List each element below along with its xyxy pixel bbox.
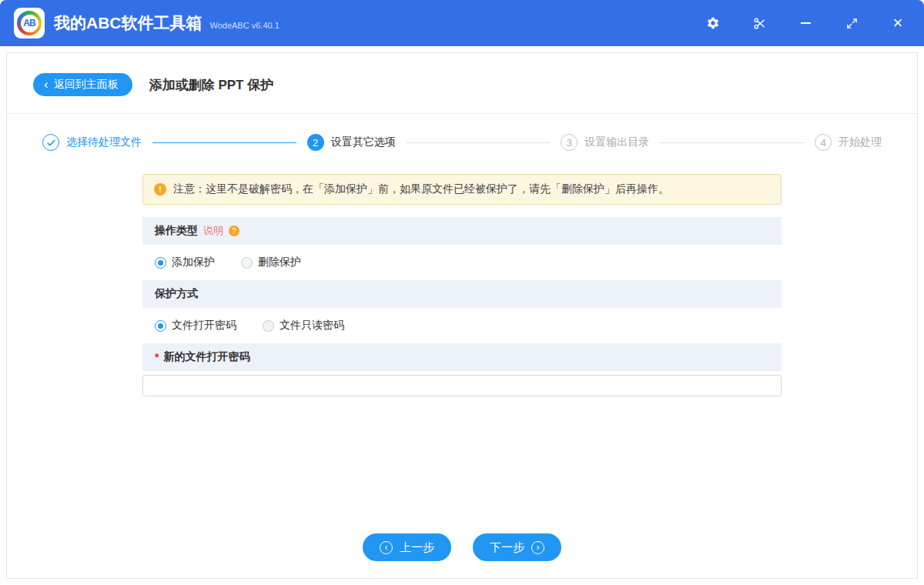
- required-asterisk: *: [155, 351, 159, 363]
- operation-type-options: 添加保护 删除保护: [142, 245, 782, 280]
- titlebar-actions: ×: [705, 15, 906, 31]
- titlebar: AB 我的ABC软件工具箱 WodeABC v6.40.1 ×: [0, 0, 924, 46]
- radio-off-icon: [241, 257, 253, 269]
- step-connector-3: [660, 142, 804, 143]
- app-window: AB 我的ABC软件工具箱 WodeABC v6.40.1 × ‹ 返: [0, 0, 924, 585]
- step-2-set-options: 2 设置其它选项: [307, 134, 396, 151]
- operation-type-title: 操作类型: [155, 224, 198, 238]
- step-4-start: 4 开始处理: [815, 134, 882, 151]
- notice-text: 注意：这里不是破解密码，在「添加保护」前，如果原文件已经被保护了，请先「删除保护…: [173, 182, 669, 196]
- password-input[interactable]: [142, 375, 782, 396]
- cut-icon[interactable]: [752, 15, 767, 31]
- content-column: ! 注意：这里不是破解密码，在「添加保护」前，如果原文件已经被保护了，请先「删除…: [142, 151, 782, 396]
- titlebar-titles: 我的ABC软件工具箱 WodeABC v6.40.1: [54, 12, 280, 34]
- step-3-number: 3: [561, 134, 578, 151]
- app-version: WodeABC v6.40.1: [210, 21, 280, 30]
- step-2-number: 2: [307, 134, 324, 151]
- page-header: ‹ 返回到主面板 添加或删除 PPT 保护: [7, 53, 917, 114]
- help-link[interactable]: 说明: [203, 224, 223, 238]
- step-connector-2: [407, 142, 551, 143]
- step-3-output-dir: 3 设置输出目录: [561, 134, 649, 151]
- chevron-left-circle-icon: ‹: [380, 541, 393, 554]
- protection-method-title: 保护方式: [155, 287, 198, 301]
- section-new-password: * 新的文件打开密码: [142, 343, 782, 371]
- radio-readonly-password[interactable]: 文件只读密码: [263, 319, 344, 333]
- radio-open-password[interactable]: 文件打开密码: [155, 319, 236, 333]
- next-button[interactable]: 下一步 ›: [473, 533, 561, 561]
- chevron-left-icon: ‹: [44, 78, 49, 91]
- prev-button-label: 上一步: [400, 540, 434, 555]
- step-connector-1: [152, 142, 296, 143]
- radio-on-icon: [155, 320, 166, 332]
- logo-letters: AB: [21, 15, 38, 32]
- step-1-select-files: 选择待处理文件: [42, 134, 142, 151]
- app-logo: AB: [14, 8, 45, 38]
- radio-readonly-password-label: 文件只读密码: [280, 319, 344, 333]
- resize-icon[interactable]: [844, 15, 859, 31]
- radio-on-icon: [155, 257, 166, 269]
- main-panel: ‹ 返回到主面板 添加或删除 PPT 保护 选择待处理文件 2 设置其它选项 3…: [6, 52, 918, 579]
- close-icon[interactable]: ×: [890, 15, 906, 31]
- step-1-label: 选择待处理文件: [66, 135, 142, 149]
- logo-ring: AB: [17, 11, 42, 35]
- question-icon[interactable]: ?: [229, 226, 239, 236]
- step-4-number: 4: [815, 134, 832, 151]
- back-button-label: 返回到主面板: [54, 78, 119, 92]
- app-title: 我的ABC软件工具箱: [54, 12, 203, 34]
- warning-icon: !: [154, 183, 166, 196]
- section-protection-method: 保护方式: [142, 280, 782, 308]
- step-2-label: 设置其它选项: [331, 135, 396, 149]
- protection-method-options: 文件打开密码 文件只读密码: [142, 308, 782, 343]
- radio-add-protection[interactable]: 添加保护: [155, 256, 215, 269]
- radio-add-protection-label: 添加保护: [172, 256, 215, 269]
- radio-remove-protection[interactable]: 删除保护: [241, 256, 301, 269]
- section-operation-type: 操作类型 说明 ?: [142, 217, 782, 245]
- footer-actions: ‹ 上一步 下一步 ›: [7, 533, 917, 578]
- step-4-label: 开始处理: [839, 135, 882, 149]
- step-3-label: 设置输出目录: [584, 135, 649, 149]
- chevron-right-circle-icon: ›: [531, 541, 544, 554]
- radio-open-password-label: 文件打开密码: [172, 319, 236, 333]
- step-1-check-icon: [42, 134, 59, 151]
- radio-remove-protection-label: 删除保护: [258, 256, 301, 269]
- minimize-icon[interactable]: [798, 15, 813, 31]
- new-password-title: 新的文件打开密码: [163, 350, 249, 364]
- radio-off-icon: [263, 320, 274, 332]
- page-title: 添加或删除 PPT 保护: [149, 76, 274, 94]
- settings-icon[interactable]: [705, 15, 721, 31]
- step-indicator: 选择待处理文件 2 设置其它选项 3 设置输出目录 4 开始处理: [7, 114, 917, 151]
- next-button-label: 下一步: [490, 540, 524, 555]
- prev-button[interactable]: ‹ 上一步: [363, 533, 451, 561]
- back-button[interactable]: ‹ 返回到主面板: [33, 73, 132, 96]
- notice-banner: ! 注意：这里不是破解密码，在「添加保护」前，如果原文件已经被保护了，请先「删除…: [142, 174, 782, 205]
